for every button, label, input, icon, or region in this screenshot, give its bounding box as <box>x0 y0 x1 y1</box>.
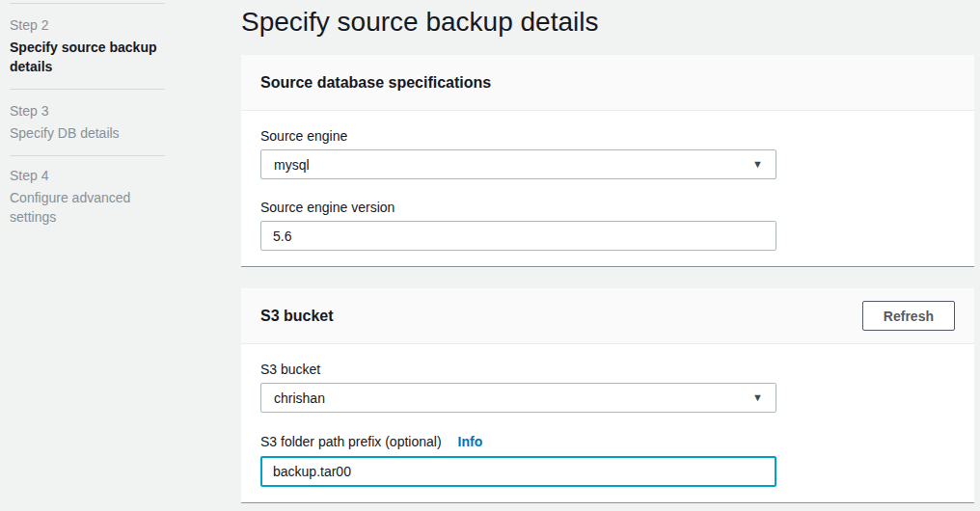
panel-body: S3 bucket chrishan ▼ S3 folder path pref… <box>241 344 974 502</box>
info-link[interactable]: Info <box>458 434 483 449</box>
sidebar-step-2: Step 2 Specify source backup details <box>0 4 166 89</box>
source-engine-select[interactable]: mysql ▼ <box>260 149 776 179</box>
panel-title: S3 bucket <box>260 308 334 325</box>
s3-bucket-field: S3 bucket chrishan ▼ <box>260 363 955 413</box>
panel-body: Source engine mysql ▼ Source engine vers… <box>241 111 974 266</box>
panel-title: Source database specifications <box>260 74 491 92</box>
s3-bucket-label: S3 bucket <box>260 363 955 377</box>
main-content: Specify source backup details Source dat… <box>241 0 974 503</box>
refresh-button[interactable]: Refresh <box>862 301 955 331</box>
s3-folder-path-prefix-label-row: S3 folder path prefix (optional) Info <box>260 434 955 449</box>
step-number-label: Step 4 <box>10 168 162 183</box>
source-engine-selected-value: mysql <box>274 157 310 173</box>
s3-folder-path-prefix-field: S3 folder path prefix (optional) Info <box>260 434 955 487</box>
source-database-specifications-panel: Source database specifications Source en… <box>241 55 974 267</box>
wizard-steps-sidebar: Step 2 Specify source backup details Ste… <box>0 0 166 239</box>
source-engine-version-label: Source engine version <box>260 201 955 215</box>
step-title: Configure advanced settings <box>10 188 162 227</box>
s3-bucket-selected-value: chrishan <box>274 390 325 406</box>
panel-header: S3 bucket Refresh <box>241 288 974 344</box>
source-engine-label: Source engine <box>260 129 955 144</box>
panel-header: Source database specifications <box>241 55 974 111</box>
dropdown-arrow-icon: ▼ <box>752 392 763 403</box>
step-number-label: Step 2 <box>10 17 162 33</box>
step-title: Specify source backup details <box>10 38 162 76</box>
step-title: Specify DB details <box>10 123 162 143</box>
s3-bucket-panel: S3 bucket Refresh S3 bucket chrishan ▼ S… <box>241 288 974 503</box>
step-number-label: Step 3 <box>10 103 162 119</box>
s3-bucket-select[interactable]: chrishan ▼ <box>260 383 776 413</box>
sidebar-step-4: Step 4 Configure advanced settings <box>0 156 166 239</box>
page-title: Specify source backup details <box>241 5 974 39</box>
s3-folder-path-prefix-input[interactable] <box>260 456 776 487</box>
sidebar-step-3: Step 3 Specify DB details <box>0 90 166 155</box>
source-engine-field: Source engine mysql ▼ <box>260 129 955 179</box>
s3-folder-path-prefix-label: S3 folder path prefix (optional) <box>260 435 442 449</box>
source-engine-version-input[interactable] <box>260 221 776 251</box>
source-engine-version-field: Source engine version <box>260 201 955 251</box>
dropdown-arrow-icon: ▼ <box>752 159 763 170</box>
